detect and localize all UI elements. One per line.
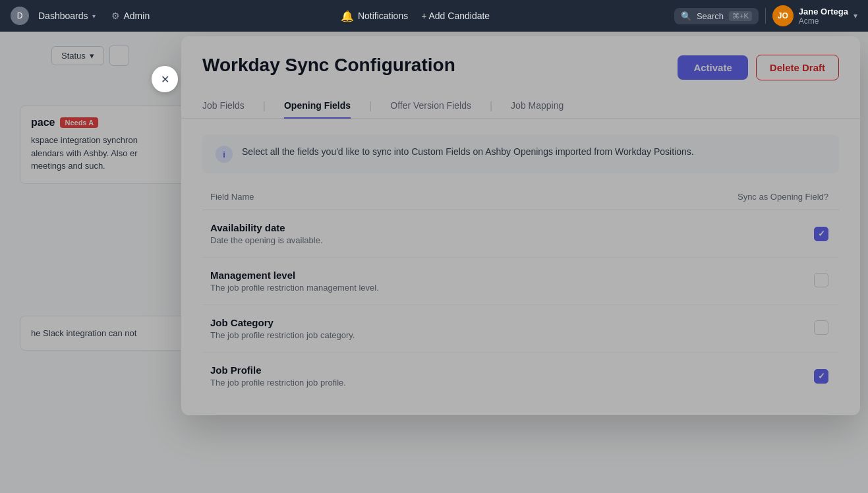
search-label: Search [697,11,724,21]
dashboards-chevron: ▾ [92,13,96,20]
user-info: Jane Ortega Acme [799,7,848,26]
add-candidate-button[interactable]: + Add Candidate [421,11,490,21]
notifications-label: Notifications [358,11,408,21]
add-candidate-label: + Add Candidate [421,11,490,21]
search-box[interactable]: 🔍 Search ⌘+K [674,8,759,24]
nav-divider [765,8,766,24]
admin-menu[interactable]: ⚙ Admin [105,7,157,25]
user-menu[interactable]: JO Jane Ortega Acme ▾ [772,5,857,26]
bell-icon: 🔔 [341,10,354,22]
admin-label: Admin [124,11,150,21]
notifications-button[interactable]: 🔔 Notifications [341,10,408,22]
search-icon: 🔍 [681,11,691,21]
gear-icon: ⚙ [111,11,120,21]
app-logo: D [11,7,29,25]
user-name: Jane Ortega [799,7,848,16]
search-kbd: ⌘+K [729,11,752,21]
avatar: JO [772,5,794,26]
topnav: D Dashboards ▾ ⚙ Admin 🔔 Notifications +… [0,0,868,32]
dashboards-label: Dashboards [38,11,88,21]
modal-overlay [0,32,868,493]
user-org: Acme [799,16,848,26]
dashboards-menu[interactable]: Dashboards ▾ [32,7,102,25]
modal-close-button[interactable]: ✕ [152,66,178,92]
user-chevron: ▾ [854,11,857,20]
